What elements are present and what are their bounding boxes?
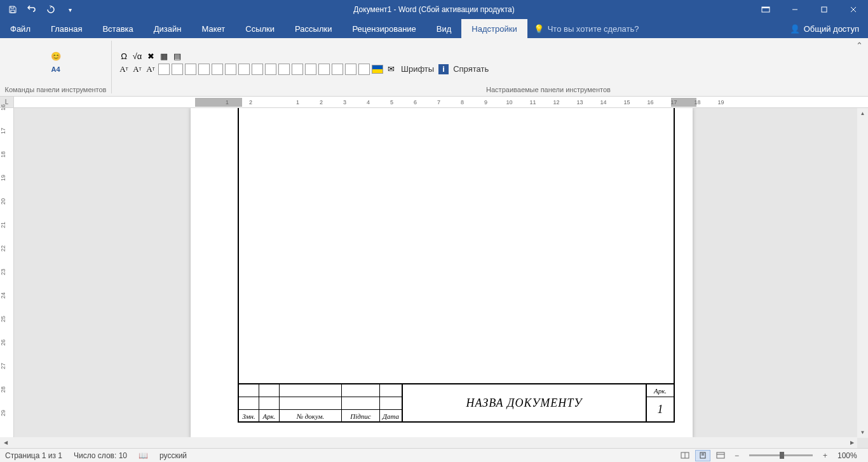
ark-label[interactable]: Арк. (647, 384, 674, 397)
cross-icon[interactable]: ✖ (145, 50, 156, 62)
ribbon-collapse-icon[interactable]: ⌃ (856, 41, 863, 50)
tab-design[interactable]: Дизайн (144, 19, 192, 38)
frame-btn-8[interactable] (252, 64, 263, 75)
ribbon-options-icon[interactable] (751, 0, 780, 19)
share-button[interactable]: 👤 Общий доступ (781, 19, 868, 38)
cell-pidpys[interactable]: Підпис (342, 410, 380, 423)
tab-file[interactable]: Файл (0, 19, 41, 38)
view-read-mode[interactable] (677, 450, 693, 461)
vertical-ruler: 1617181920212223242526272829 (0, 108, 14, 448)
minimize-button[interactable] (780, 0, 810, 19)
close-button[interactable] (839, 0, 868, 19)
frame-btn-5[interactable] (212, 64, 223, 75)
maximize-button[interactable] (810, 0, 839, 19)
cell-ark[interactable]: Арк. (259, 410, 280, 423)
svg-rect-11 (717, 452, 724, 458)
font-a3-icon[interactable]: AT (145, 64, 156, 75)
document-area: 1617181920212223242526272829 (0, 108, 868, 448)
view-web-layout[interactable] (713, 450, 728, 461)
ribbon-group-label-1: Команды панели инструментов (5, 85, 107, 96)
tell-me-search[interactable]: 💡 Что вы хотите сделать? (527, 19, 646, 38)
frame-btn-9[interactable] (265, 64, 276, 75)
zoom-in-button[interactable]: + (819, 451, 831, 460)
scroll-left-arrow[interactable]: ◀ (0, 440, 11, 445)
page-count[interactable]: Страница 1 из 1 (5, 451, 62, 460)
horizontal-scrollbar[interactable]: ◀ ▶ (0, 437, 857, 448)
cell-dokum[interactable]: № докум. (280, 410, 342, 423)
cell-empty-6[interactable] (239, 397, 259, 410)
cell-data[interactable]: Дата (380, 410, 403, 423)
frame-btn-1[interactable] (158, 64, 170, 75)
zoom-slider[interactable] (749, 454, 813, 456)
cell-empty-5[interactable] (380, 384, 403, 397)
tab-view[interactable]: Вид (426, 19, 462, 38)
qat-customize-icon[interactable]: ▾ (62, 2, 78, 17)
frame-btn-10[interactable] (278, 64, 290, 75)
page-number[interactable]: 1 (647, 397, 674, 421)
scroll-down-arrow[interactable]: ▼ (857, 427, 868, 438)
title-bar: ▾ Документ1 - Word (Сбой активации проду… (0, 0, 868, 19)
grid-icon[interactable]: ▦ (158, 50, 170, 62)
tab-review[interactable]: Рецензирование (342, 19, 426, 38)
tab-addins[interactable]: Надстройки (461, 19, 527, 38)
cell-empty-9[interactable] (342, 397, 380, 410)
tab-layout[interactable]: Макет (191, 19, 235, 38)
fonts-button[interactable]: Шрифты (398, 63, 437, 75)
frame-btn-2[interactable] (172, 64, 183, 75)
zoom-out-button[interactable]: − (731, 451, 743, 460)
frame-btn-6[interactable] (225, 64, 236, 75)
frame-btn-4[interactable] (198, 64, 210, 75)
undo-icon[interactable] (24, 2, 39, 17)
scroll-up-arrow[interactable]: ▲ (857, 108, 868, 119)
tell-me-placeholder: Что вы хотите сделать? (548, 24, 639, 34)
view-print-layout[interactable] (695, 450, 710, 461)
cell-empty-3[interactable] (280, 384, 342, 397)
document-title-cell[interactable]: НАЗВА ДОКУМЕНТУ (403, 384, 647, 421)
horizontal-ruler: L 1212345678910111213141516171819 (0, 97, 868, 108)
page-frame: Змн. Арк. № докум. Підпис Дата НАЗВА ДОК… (238, 108, 675, 423)
cell-empty-7[interactable] (259, 397, 280, 410)
omega-icon[interactable]: Ω (118, 50, 130, 62)
cell-empty-8[interactable] (280, 397, 342, 410)
ribbon-group-label-2: Настраиваемые панели инструментов (486, 85, 611, 96)
title-block: Змн. Арк. № докум. Підпис Дата НАЗВА ДОК… (239, 383, 674, 421)
hide-button[interactable]: Спрятать (451, 63, 491, 75)
font-a1-icon[interactable]: AT (118, 64, 130, 75)
sqrt-icon[interactable]: √α (132, 50, 143, 62)
frame-btn-15[interactable] (345, 64, 356, 75)
frame-btn-3[interactable] (185, 64, 196, 75)
cell-empty-2[interactable] (259, 384, 280, 397)
font-a2-icon[interactable]: AT (132, 64, 143, 75)
redo-icon[interactable] (43, 2, 58, 17)
document-page[interactable]: Змн. Арк. № докум. Підпис Дата НАЗВА ДОК… (191, 108, 693, 438)
a4-button[interactable]: А4 (50, 64, 62, 75)
vertical-scrollbar[interactable]: ▲ ▼ (857, 108, 868, 438)
ukraine-flag-icon[interactable] (372, 65, 383, 74)
frame-btn-7[interactable] (238, 64, 250, 75)
scroll-right-arrow[interactable]: ▶ (846, 440, 857, 445)
ribbon-tabs: Файл Главная Вставка Дизайн Макет Ссылки… (0, 19, 868, 38)
info-icon[interactable]: i (438, 64, 449, 74)
frame-btn-16[interactable] (358, 64, 370, 75)
frame-btn-11[interactable] (292, 64, 303, 75)
zoom-level[interactable]: 100% (837, 451, 863, 460)
word-count[interactable]: Число слов: 10 (74, 451, 127, 460)
tab-insert[interactable]: Вставка (92, 19, 143, 38)
cell-zmn[interactable]: Змн. (239, 410, 259, 423)
language-status[interactable]: русский (159, 451, 187, 460)
save-icon[interactable] (5, 2, 20, 17)
cell-empty-1[interactable] (239, 384, 259, 397)
cell-empty-4[interactable] (342, 384, 380, 397)
spellcheck-icon[interactable]: 📖 (139, 451, 148, 460)
tab-references[interactable]: Ссылки (235, 19, 285, 38)
svg-rect-3 (822, 7, 827, 12)
tab-mailings[interactable]: Рассылки (285, 19, 342, 38)
smiley-icon[interactable]: 😊 (50, 51, 62, 62)
envelope-icon[interactable]: ✉ (385, 64, 397, 75)
frame-btn-13[interactable] (318, 64, 330, 75)
frame-btn-14[interactable] (332, 64, 343, 75)
tab-home[interactable]: Главная (41, 19, 92, 38)
table-icon[interactable]: ▤ (172, 50, 183, 62)
cell-empty-10[interactable] (380, 397, 403, 410)
frame-btn-12[interactable] (305, 64, 316, 75)
